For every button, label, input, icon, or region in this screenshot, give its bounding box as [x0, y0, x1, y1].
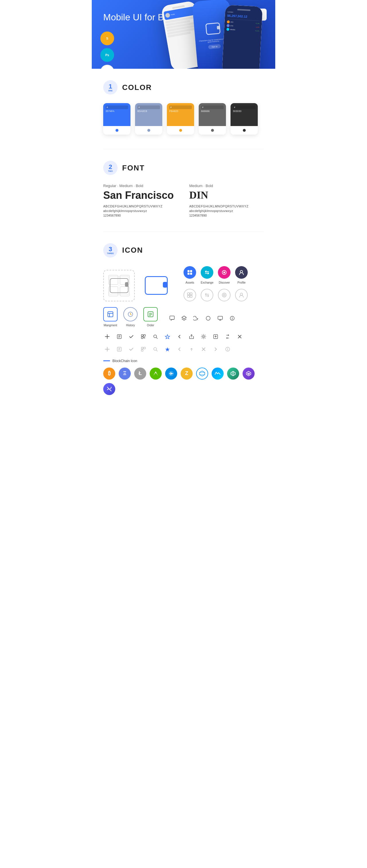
photoshop-badge: Ps	[101, 48, 114, 62]
svg-rect-14	[108, 312, 113, 317]
font-din: Medium · Bold DIN ABCDEFGHIJKLMNOPQRSTUV…	[189, 184, 264, 217]
history-label: History	[126, 324, 135, 327]
message-icon	[216, 314, 224, 322]
screens-badge: 60+ Screens	[101, 65, 114, 69]
svg-line-42	[156, 337, 158, 339]
svg-rect-0	[188, 270, 190, 272]
discover-icon	[218, 266, 230, 279]
star-icon	[163, 333, 171, 341]
profile-label: Profile	[237, 281, 246, 284]
svg-point-23	[206, 316, 210, 320]
icon-section-number: 3 THREE	[103, 243, 117, 257]
screens-count: 60+	[103, 68, 112, 69]
nav-icons-row-2	[184, 289, 248, 301]
icon-number-word: THREE	[107, 252, 114, 254]
crypto-icons-row: ₿ Ξ Ł Z	[103, 368, 264, 395]
plus-icon-gray	[103, 345, 111, 353]
chevron-left-icon	[175, 333, 184, 341]
close-x-icon-gray	[200, 345, 207, 353]
color-section-header: 1 ONE COLOR	[103, 80, 264, 95]
neo-icon	[150, 368, 162, 379]
color-dot-gray-blue	[147, 129, 150, 132]
blockchain-text: BlockChain Icon	[112, 359, 137, 363]
list-icon-gray	[115, 345, 123, 353]
assets-label: Assets	[186, 281, 194, 284]
main-content: 1 ONE COLOR # 3574FA # 8DA0C8	[92, 69, 275, 421]
svg-line-57	[156, 350, 158, 351]
svg-rect-55	[141, 349, 143, 351]
font-number-big: 2	[109, 164, 112, 170]
star-icon-filled	[163, 345, 171, 353]
svg-rect-36	[144, 335, 145, 336]
icon-section: 3 THREE ICON	[103, 243, 264, 395]
mangment-label: Mangment	[104, 324, 117, 327]
matic-icon	[243, 368, 255, 379]
icon-section-header: 3 THREE ICON	[103, 243, 264, 257]
utility-icons-row-2	[103, 345, 264, 353]
chevron-left-icon-gray	[175, 345, 184, 353]
check-icon-gray	[127, 345, 135, 353]
wallet-icon-blue-container	[140, 270, 172, 301]
color-swatch-gray-blue: # 8DA0C8	[135, 103, 162, 135]
wallet-icons-row: Assets Exchange Discover	[103, 266, 264, 301]
svg-rect-7	[188, 293, 190, 295]
waves-icon	[211, 368, 224, 379]
font-grid: Regular · Medium · Bold San Francisco AB…	[103, 184, 264, 217]
color-dot-orange	[179, 129, 182, 132]
search-icon	[151, 333, 160, 341]
bottom-icons-row: Mangment History Order	[103, 307, 264, 327]
din-font-name: DIN	[189, 190, 264, 201]
sf-uppercase: ABCDEFGHIJKLMNOPQRSTUVWXYZ	[103, 205, 178, 208]
dash-icon	[165, 368, 177, 379]
misc-icons-row-1	[168, 314, 236, 322]
qr-icon-gray	[139, 345, 147, 353]
share-icon-gray	[188, 345, 196, 353]
svg-point-5	[223, 272, 225, 273]
qr-icon	[139, 333, 147, 341]
color-title: COLOR	[122, 83, 152, 92]
ps-symbol: Ps	[105, 53, 109, 57]
arrow-right-icon-gray	[211, 345, 220, 353]
divider-2	[103, 231, 264, 232]
info-icon	[228, 314, 236, 322]
exchange-outline-icon	[201, 289, 213, 301]
share-icon	[188, 333, 196, 341]
color-dot-blue	[116, 129, 118, 132]
svg-point-28	[232, 317, 232, 317]
profile-icon	[235, 266, 248, 279]
font-section-header: 2 TWO FONT	[103, 161, 264, 175]
svg-rect-3	[190, 273, 192, 275]
svg-rect-2	[188, 273, 190, 275]
font-section-number: 2 TWO	[103, 161, 117, 175]
phones-area: Profile Characters may be masterpieces i…	[161, 3, 275, 69]
font-number-word: TWO	[108, 170, 113, 172]
plus-icon	[103, 333, 111, 341]
discover-outline-icon	[218, 289, 230, 301]
assets-icon	[184, 266, 196, 279]
ethereum-icon: Ξ	[119, 368, 131, 379]
discover-label: Discover	[219, 281, 230, 284]
svg-rect-24	[218, 316, 223, 319]
sf-font-name: San Francisco	[103, 190, 178, 201]
list-icon	[115, 333, 123, 341]
svg-rect-1	[190, 270, 192, 272]
order-icon	[143, 307, 158, 321]
icon-discover: Discover	[218, 266, 230, 284]
chat-icon	[168, 314, 176, 322]
icon-profile: Profile	[235, 266, 248, 284]
search-icon-gray	[151, 345, 160, 353]
history-icon	[123, 307, 138, 321]
layers-icon	[180, 314, 188, 322]
font-title: FONT	[122, 163, 145, 173]
exchange-icon	[201, 266, 213, 279]
sketch-symbol: S	[106, 37, 108, 40]
blockchain-line	[103, 361, 110, 361]
kyber-icon	[227, 368, 239, 379]
color-section: 1 ONE COLOR # 3574FA # 8DA0C8	[103, 80, 264, 135]
color-dot-dark-gray	[211, 129, 214, 132]
svg-point-62	[227, 348, 228, 349]
phone-mockup-3: myWallet $6,297,502.12 BTC +2.3% ETH -1.…	[222, 5, 263, 69]
swap-icon	[224, 333, 232, 341]
svg-rect-22	[170, 316, 174, 319]
misc-icons-group	[168, 314, 236, 327]
